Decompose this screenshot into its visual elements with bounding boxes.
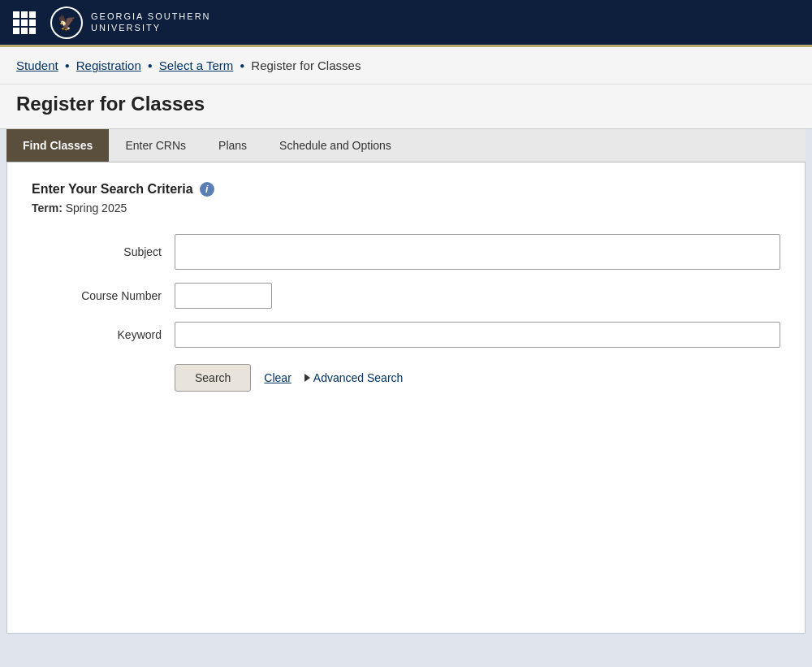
search-form: Subject Course Number Keyword Search Cle… xyxy=(32,234,780,392)
university-logo: 🦅 xyxy=(50,6,83,39)
breadcrumb-sep-2: ● xyxy=(148,61,153,70)
tabs-bar: Find Classes Enter CRNs Plans Schedule a… xyxy=(6,129,806,162)
breadcrumb-current: Register for Classes xyxy=(251,58,361,72)
logo-area: 🦅 GEORGIA SOUTHERN UNIVERSITY xyxy=(13,6,211,39)
course-number-label: Course Number xyxy=(32,289,162,302)
grid-icon xyxy=(13,11,36,34)
tab-plans[interactable]: Plans xyxy=(202,129,263,162)
search-criteria-heading: Enter Your Search Criteria i xyxy=(32,182,780,197)
page-title-area: Register for Classes xyxy=(0,84,812,129)
term-label: Term: Spring 2025 xyxy=(32,201,780,214)
course-number-input[interactable] xyxy=(175,283,272,309)
keyword-label: Keyword xyxy=(32,328,162,341)
search-button[interactable]: Search xyxy=(175,364,251,392)
breadcrumb-sep-1: ● xyxy=(65,61,70,70)
keyword-row: Keyword xyxy=(32,322,780,348)
advanced-search-link[interactable]: Advanced Search xyxy=(304,371,404,384)
university-name: GEORGIA SOUTHERN UNIVERSITY xyxy=(91,11,211,32)
info-icon[interactable]: i xyxy=(200,182,214,197)
tab-find-classes[interactable]: Find Classes xyxy=(6,129,109,162)
keyword-input[interactable] xyxy=(175,322,780,348)
main-content: Enter Your Search Criteria i Term: Sprin… xyxy=(6,162,806,634)
action-buttons-row: Search Clear Advanced Search xyxy=(175,364,780,392)
breadcrumb-select-term-link[interactable]: Select a Term xyxy=(159,58,233,72)
subject-label: Subject xyxy=(32,245,162,258)
app-header: 🦅 GEORGIA SOUTHERN UNIVERSITY xyxy=(0,0,812,47)
outer-wrapper: Find Classes Enter CRNs Plans Schedule a… xyxy=(0,129,812,667)
breadcrumb-student-link[interactable]: Student xyxy=(16,58,58,72)
breadcrumb-registration-link[interactable]: Registration xyxy=(76,58,141,72)
tab-enter-crns[interactable]: Enter CRNs xyxy=(109,129,202,162)
subject-row: Subject xyxy=(32,234,780,270)
breadcrumb-sep-3: ● xyxy=(240,61,244,70)
tab-schedule-options[interactable]: Schedule and Options xyxy=(263,129,408,162)
breadcrumb: Student ● Registration ● Select a Term ●… xyxy=(0,47,812,84)
clear-button[interactable]: Clear xyxy=(264,371,291,384)
advanced-search-arrow-icon xyxy=(304,374,310,382)
course-number-row: Course Number xyxy=(32,283,780,309)
subject-input[interactable] xyxy=(175,234,780,270)
page-title: Register for Classes xyxy=(16,93,796,115)
